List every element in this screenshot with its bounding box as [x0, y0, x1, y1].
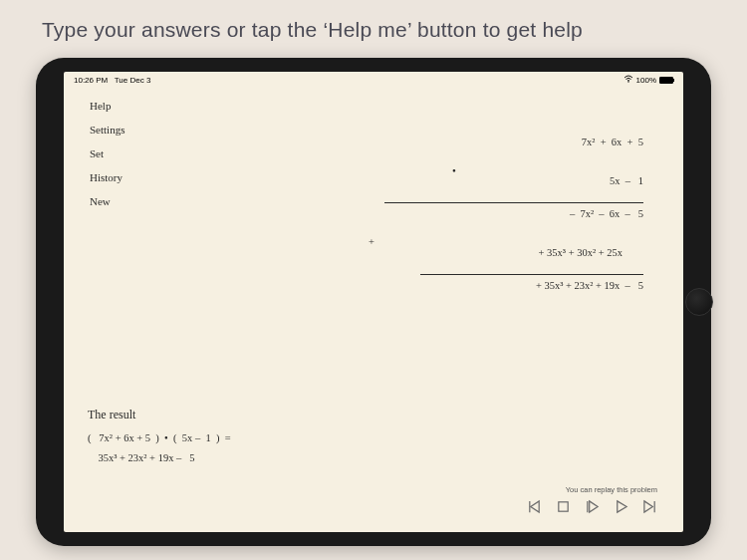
battery-icon — [659, 77, 673, 84]
rule-1 — [384, 202, 643, 203]
home-button[interactable] — [685, 288, 713, 316]
skip-fwd-icon[interactable] — [642, 499, 657, 514]
multiply-dot: • — [452, 164, 456, 176]
sum-line: + 35x³ + 23x² + 19x – 5 — [384, 277, 643, 294]
multiplier-row: • 5x – 1 — [384, 150, 643, 200]
menu-new[interactable]: New — [90, 195, 124, 207]
svg-point-0 — [627, 81, 628, 82]
side-menu: Help Settings Set History New — [90, 100, 124, 207]
rule-2 — [420, 274, 643, 275]
multiplicand: 7x² + 6x + 5 — [384, 134, 643, 150]
menu-settings[interactable]: Settings — [90, 124, 124, 136]
stop-icon[interactable] — [556, 499, 571, 514]
status-bar: 10:26 PM Tue Dec 3 100% — [64, 72, 683, 87]
svg-marker-2 — [531, 501, 539, 512]
svg-marker-6 — [618, 501, 626, 512]
menu-help[interactable]: Help — [90, 100, 124, 112]
menu-history[interactable]: History — [90, 171, 124, 183]
menu-set[interactable]: Set — [90, 147, 124, 159]
plus-symbol: + — [369, 236, 374, 247]
result-answer: 35x³ + 23x² + 19x – 5 — [88, 452, 659, 463]
ipad-frame: 10:26 PM Tue Dec 3 100% Help Settings Se… — [36, 58, 711, 546]
status-time: 10:26 PM Tue Dec 3 — [74, 76, 150, 85]
svg-marker-7 — [644, 501, 652, 512]
worked-multiplication: 7x² + 6x + 5 • 5x – 1 – 7x² – 6x – 5 + +… — [384, 134, 643, 294]
result-problem: ( 7x² + 6x + 5 ) • ( 5x – 1 ) = — [88, 432, 659, 443]
replay-panel: You can replay this problem — [527, 485, 657, 514]
play-icon[interactable] — [614, 499, 628, 514]
battery-pct: 100% — [636, 76, 656, 85]
svg-rect-3 — [559, 502, 568, 511]
wifi-icon — [623, 75, 633, 85]
partial-2-row: + + 35x³ + 30x² + 25x — [384, 222, 643, 272]
step-fwd-icon[interactable] — [585, 499, 600, 514]
promo-caption: Type your answers or tap the ‘Help me’ b… — [0, 0, 747, 54]
svg-marker-5 — [590, 501, 598, 512]
app-screen: 10:26 PM Tue Dec 3 100% Help Settings Se… — [64, 72, 683, 532]
replay-label: You can replay this problem — [527, 485, 657, 494]
result-title: The result — [88, 408, 659, 422]
skip-back-icon[interactable] — [527, 499, 542, 514]
partial-1: – 7x² – 6x – 5 — [384, 205, 643, 222]
result-block: The result ( 7x² + 6x + 5 ) • ( 5x – 1 )… — [88, 408, 659, 472]
